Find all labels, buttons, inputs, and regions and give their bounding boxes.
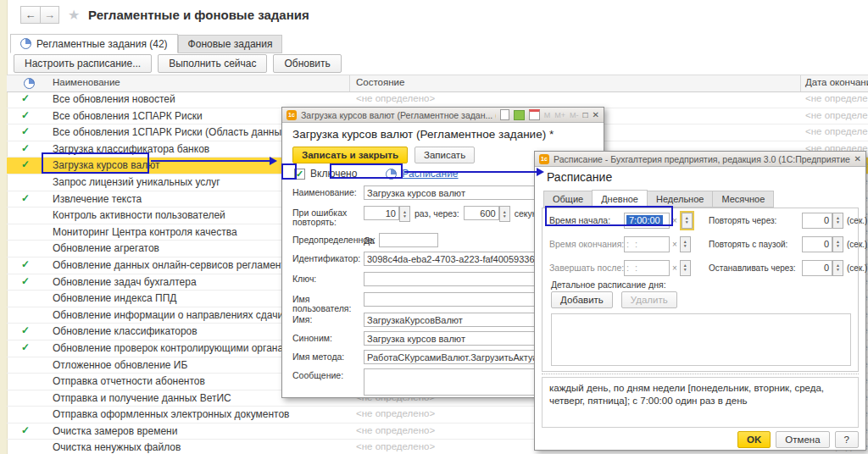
dialog-heading: Расписание (547, 170, 612, 184)
finish-after-value: : : (626, 263, 639, 273)
enabled-checkbox[interactable]: ✓ (294, 169, 305, 180)
task-name: Отправка отчетности абонентов (53, 375, 205, 387)
start-time-field[interactable]: 7:00:00 (624, 213, 670, 229)
save-and-close-button[interactable]: Записать и закрыть (292, 147, 408, 163)
calendar-31-icon[interactable] (529, 109, 540, 120)
page-icon[interactable] (500, 109, 509, 120)
sysname-label: Имя: (292, 313, 364, 324)
dialog-titlebar[interactable]: 1c Расписание - Бухгалтерия предприятия,… (535, 152, 865, 167)
clear-icon[interactable]: × (672, 216, 677, 225)
1c-logo-icon: 1c (287, 110, 297, 120)
schedule-summary: каждый день, по дням недели [понедельник… (542, 377, 859, 428)
back-button[interactable]: ← (20, 6, 40, 24)
finish-after-stepper[interactable]: ▲▼ (680, 260, 691, 276)
task-name: Запрос лицензий уникальных услуг (53, 176, 220, 188)
task-name: Очистка ненужных файлов (53, 441, 181, 453)
tab-scheduled-jobs[interactable]: Регламентные задания (42) (10, 34, 178, 53)
table-row[interactable]: ✓Все обновления новостей<не определено><… (7, 91, 868, 108)
repeat-label: Повторять через: (709, 216, 798, 225)
favorite-star-icon[interactable]: ★ (68, 7, 80, 23)
end-time-stepper[interactable]: ▲▼ (680, 236, 691, 252)
memory-mminus-button[interactable]: М- (570, 111, 579, 119)
memory-m-button[interactable]: М (544, 111, 551, 119)
column-state[interactable]: Состояние (356, 77, 404, 87)
retry-count-stepper[interactable]: ▲▼ (399, 206, 410, 222)
enabled-label: Включено (310, 168, 357, 180)
tab-general[interactable]: Общие (543, 191, 593, 208)
dialog-heading: Загрузка курсов валют (Регламентное зада… (292, 128, 554, 141)
run-now-button[interactable]: Выполнить сейчас (158, 54, 267, 73)
tab-weekly[interactable]: Недельное (647, 191, 713, 208)
synonym-label: Синоним: (292, 331, 364, 343)
check-icon: ✓ (19, 424, 32, 436)
retry-interval-field[interactable]: 600 (464, 206, 499, 220)
task-name: Обновление агрегатов (53, 242, 159, 254)
divider (542, 374, 859, 374)
column-divider[interactable] (349, 75, 350, 91)
clear-icon[interactable]: × (672, 263, 677, 273)
state-cell: <не определено> (356, 408, 435, 418)
configure-schedule-button[interactable]: Настроить расписание... (14, 54, 152, 73)
tab-background-jobs[interactable]: Фоновые задания (178, 35, 283, 53)
task-name: Все обновления новостей (53, 93, 175, 105)
task-name: Все обновления 1СПАРК Риски (Область дан… (53, 126, 290, 138)
start-time-stepper[interactable]: ▲▼ (682, 213, 693, 229)
stop-field[interactable]: 0 (802, 260, 832, 276)
stop-stepper[interactable]: ▲▼ (832, 260, 843, 276)
calendar-green-icon[interactable] (514, 110, 525, 120)
task-name: Обновление индекса ППД (53, 292, 176, 304)
finish-after-field[interactable]: : : (624, 260, 670, 276)
column-divider[interactable] (800, 75, 801, 91)
cancel-button[interactable]: Отмена (776, 431, 829, 448)
detail-schedule-list[interactable] (551, 313, 851, 366)
history-nav: ← → (20, 6, 59, 24)
start-time-row: Время начала: 7:00:00 × ▲▼ (549, 212, 694, 229)
maximize-icon[interactable]: □ (583, 110, 588, 119)
close-icon[interactable]: ✕ (854, 154, 861, 163)
state-cell: <не определено> (356, 425, 435, 435)
close-icon[interactable]: ✕ (593, 110, 599, 119)
clock-icon (20, 38, 31, 49)
refresh-button[interactable]: Обновить (273, 54, 341, 73)
forward-button[interactable]: → (40, 6, 59, 24)
task-name: Обновление проверок контролирующими орга… (53, 342, 296, 354)
repeat-row: Повторять через: 0 ▲▼ (сек.) (709, 212, 867, 229)
pause-field[interactable]: 0 (802, 236, 832, 252)
dialog-footer-buttons: OK Отмена ? (737, 431, 859, 448)
ok-button[interactable]: OK (737, 431, 771, 448)
dialog-title: Загрузка курсов валют (Регламентное зада… (301, 110, 496, 120)
clear-icon[interactable]: × (672, 240, 677, 249)
tab-daily[interactable]: Дневное (592, 190, 648, 208)
check-icon: ✓ (19, 125, 32, 137)
tab-label: Фоновые задания (188, 38, 273, 50)
finish-after-row: Завершать после: : : × ▲▼ (549, 259, 691, 276)
tab-monthly[interactable]: Месячное (712, 191, 774, 208)
repeat-field[interactable]: 0 (802, 213, 832, 229)
predefined-field[interactable] (379, 233, 438, 247)
main-tabbar: Регламентные задания (42) Фоновые задани… (10, 34, 282, 53)
help-button[interactable]: ? (835, 431, 859, 448)
task-name: Отправка оформленных электронных докумен… (53, 408, 289, 420)
memory-mplus-button[interactable]: М+ (554, 111, 565, 119)
delete-button[interactable]: Удалить (621, 291, 677, 308)
schedule-link[interactable]: Расписание (402, 168, 458, 180)
schedule-tabbar: Общие Дневное Недельное Месячное (543, 190, 773, 208)
tab-label: Регламентные задания (42) (36, 38, 168, 50)
column-name[interactable]: Наименование (53, 77, 120, 87)
retry-count-field[interactable]: 10 (364, 206, 399, 220)
dialog-titlebar[interactable]: 1c Загрузка курсов валют (Регламентное з… (282, 108, 604, 123)
stop-label: Останавливать через: (709, 263, 798, 273)
pause-stepper[interactable]: ▲▼ (832, 236, 843, 252)
daily-tab-panel: Время начала: 7:00:00 × ▲▼ Время окончан… (542, 208, 859, 372)
repeat-stepper[interactable]: ▲▼ (832, 213, 843, 229)
retry-interval-stepper[interactable]: ▲▼ (499, 206, 510, 222)
column-end-date[interactable]: Дата окончания (805, 77, 868, 87)
end-time-field[interactable]: : : (624, 236, 670, 252)
back-arrow-icon: ← (25, 8, 36, 21)
task-name: Загрузка курсов валют (53, 159, 159, 171)
save-button[interactable]: Записать (415, 147, 475, 163)
detail-schedule-label: Детальное расписание дня: (551, 280, 666, 290)
add-button[interactable]: Добавить (551, 291, 613, 308)
start-time-value: 7:00:00 (626, 215, 663, 225)
check-icon: ✓ (19, 192, 32, 204)
